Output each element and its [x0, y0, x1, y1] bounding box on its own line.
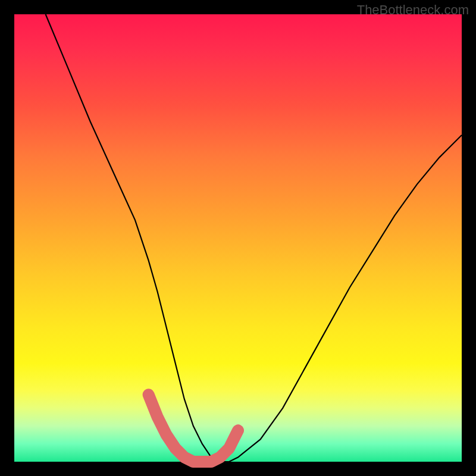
bottleneck-curve: [46, 14, 462, 462]
chart-container: TheBottleneck.com: [0, 0, 476, 476]
plot-area: [14, 14, 462, 462]
watermark-text: TheBottleneck.com: [357, 2, 469, 18]
highlight-band: [149, 394, 238, 462]
curve-svg: [14, 14, 462, 462]
